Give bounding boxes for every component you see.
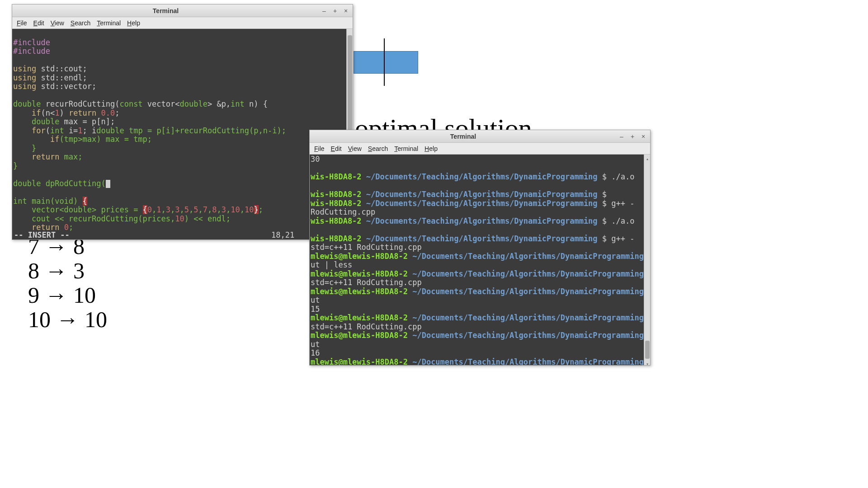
menu-help[interactable]: Help bbox=[425, 145, 438, 152]
minimize-button[interactable]: – bbox=[617, 132, 627, 141]
price-mapping: 9 → 10 bbox=[28, 282, 96, 308]
titlebar[interactable]: Terminal – + × bbox=[310, 130, 650, 143]
shell-output: std=c++11 RodCutting.cpp bbox=[311, 243, 649, 252]
vim-cursor-pos: 18,21 bbox=[70, 231, 330, 240]
shell-prompt-line: wis-H8DA8-2 ~/Documents/Teaching/Algorit… bbox=[311, 190, 649, 199]
menu-search[interactable]: Search bbox=[368, 145, 388, 152]
vim-mode: -- INSERT -- bbox=[14, 231, 70, 240]
menu-edit[interactable]: Edit bbox=[33, 19, 44, 27]
close-button[interactable]: × bbox=[341, 6, 351, 15]
shell-prompt-line: mlewis@mlewis-H8DA8-2 ~/Documents/Teachi… bbox=[311, 358, 649, 366]
titlebar[interactable]: Terminal – + × bbox=[12, 5, 353, 17]
menu-file[interactable]: File bbox=[314, 145, 325, 152]
menu-view[interactable]: View bbox=[51, 19, 64, 27]
menu-view[interactable]: View bbox=[348, 145, 362, 152]
shell-output: ut bbox=[311, 340, 649, 349]
price-mapping: 8 → 3 bbox=[28, 258, 85, 284]
terminal-window-editor: Terminal – + × FileEditViewSearchTermina… bbox=[12, 4, 353, 240]
menu-search[interactable]: Search bbox=[71, 19, 90, 27]
diagram-rect bbox=[354, 51, 418, 74]
shell-output: std=c++11 RodCutting.cpp bbox=[311, 323, 649, 332]
text-cursor bbox=[106, 180, 110, 188]
vim-status-bar: -- INSERT -- 18,21 Top bbox=[12, 231, 346, 240]
shell-prompt-line: wis-H8DA8-2 ~/Documents/Teaching/Algorit… bbox=[311, 173, 649, 182]
minimize-button[interactable]: – bbox=[319, 6, 329, 15]
shell-prompt-line: mlewis@mlewis-H8DA8-2 ~/Documents/Teachi… bbox=[311, 314, 649, 323]
diagram-cut-line bbox=[384, 38, 385, 86]
scroll-up-icon[interactable]: ▴ bbox=[645, 155, 650, 160]
scrollbar[interactable]: ▴ ▾ bbox=[644, 155, 650, 365]
shell-pane[interactable]: 30 wis-H8DA8-2 ~/Documents/Teaching/Algo… bbox=[310, 155, 650, 365]
shell-line bbox=[311, 164, 649, 173]
close-button[interactable]: × bbox=[638, 132, 648, 141]
price-mapping: 10 → 10 bbox=[28, 306, 107, 333]
menu-terminal[interactable]: Terminal bbox=[97, 19, 121, 27]
shell-prompt-line: wis-H8DA8-2 ~/Documents/Teaching/Algorit… bbox=[311, 217, 649, 226]
shell-output: ut bbox=[311, 296, 649, 305]
scroll-down-icon[interactable]: ▾ bbox=[645, 360, 650, 365]
shell-prompt-line: wis-H8DA8-2 ~/Documents/Teaching/Algorit… bbox=[311, 235, 649, 244]
scrollbar-thumb[interactable] bbox=[645, 341, 650, 359]
shell-output: RodCutting.cpp bbox=[311, 208, 649, 217]
shell-prompt-line: wis-H8DA8-2 ~/Documents/Teaching/Algorit… bbox=[311, 199, 649, 208]
shell-prompt-line: mlewis@mlewis-H8DA8-2 ~/Documents/Teachi… bbox=[311, 252, 649, 261]
window-title: Terminal bbox=[310, 133, 617, 140]
shell-output: 16 bbox=[311, 349, 649, 358]
menubar: FileEditViewSearchTerminalHelp bbox=[310, 143, 650, 155]
menubar: FileEditViewSearchTerminalHelp bbox=[12, 17, 353, 29]
shell-output: ut | less bbox=[311, 261, 649, 270]
shell-line bbox=[311, 225, 649, 235]
terminal-window-shell: Terminal – + × FileEditViewSearchTermina… bbox=[309, 130, 651, 366]
shell-prompt-line: mlewis@mlewis-H8DA8-2 ~/Documents/Teachi… bbox=[311, 270, 649, 279]
maximize-button[interactable]: + bbox=[330, 6, 340, 15]
shell-prompt-line: mlewis@mlewis-H8DA8-2 ~/Documents/Teachi… bbox=[311, 331, 649, 340]
shell-output: 15 bbox=[311, 305, 649, 314]
menu-file[interactable]: File bbox=[17, 19, 27, 27]
shell-output: std=c++11 RodCutting.cpp bbox=[311, 278, 649, 287]
menu-edit[interactable]: Edit bbox=[331, 145, 342, 152]
editor-pane[interactable]: #include #include using std::cout; using… bbox=[12, 29, 353, 239]
menu-terminal[interactable]: Terminal bbox=[394, 145, 418, 152]
maximize-button[interactable]: + bbox=[627, 132, 637, 141]
shell-prompt-line: mlewis@mlewis-H8DA8-2 ~/Documents/Teachi… bbox=[311, 287, 649, 296]
shell-line bbox=[311, 182, 649, 191]
window-title: Terminal bbox=[12, 7, 319, 14]
menu-help[interactable]: Help bbox=[127, 19, 140, 27]
shell-output: 30 bbox=[311, 155, 649, 164]
